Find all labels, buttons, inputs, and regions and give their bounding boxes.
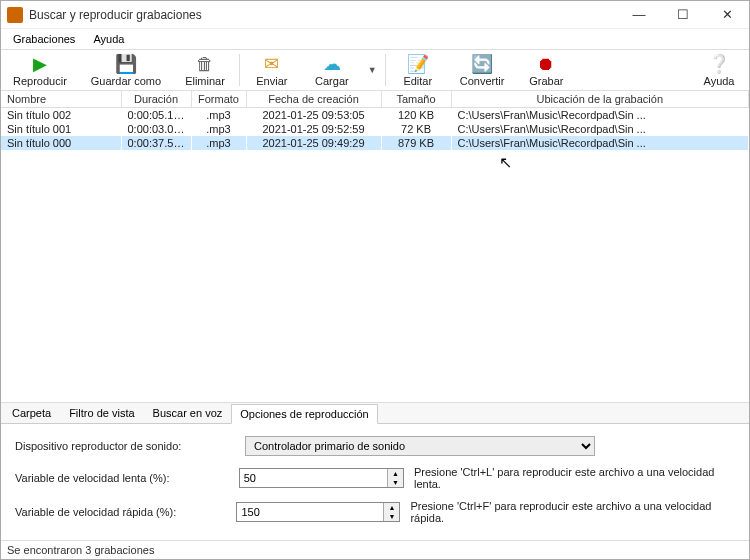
device-label: Dispositivo reproductor de sonido: — [15, 440, 235, 452]
minimize-button[interactable]: — — [617, 1, 661, 28]
edit-button[interactable]: 📝 Editar — [388, 50, 448, 90]
spin-up-icon[interactable]: ▲ — [388, 469, 403, 478]
col-formato[interactable]: Formato — [191, 91, 246, 108]
spin-down-icon[interactable]: ▼ — [388, 478, 403, 487]
fast-hint: Presione 'Ctrl+F' para reproducir este a… — [410, 500, 735, 524]
convert-button[interactable]: 🔄 Convertir — [448, 50, 517, 90]
col-ubicacion[interactable]: Ubicación de la grabación — [451, 91, 749, 108]
menu-bar: Grabaciones Ayuda — [1, 29, 749, 50]
cloud-upload-icon: ☁ — [323, 54, 341, 74]
bottom-tabs: Carpeta Filtro de vista Buscar en voz Op… — [1, 403, 749, 424]
edit-icon: 📝 — [407, 54, 429, 74]
tab-buscar[interactable]: Buscar en voz — [144, 403, 232, 423]
help-icon: ❔ — [708, 54, 730, 74]
mouse-cursor: ↖ — [499, 153, 512, 172]
help-button[interactable]: ❔ Ayuda — [689, 50, 749, 90]
send-button[interactable]: ✉ Enviar — [242, 50, 302, 90]
device-select[interactable]: Controlador primario de sonido — [245, 436, 595, 456]
save-as-button[interactable]: 💾 Guardar como — [79, 50, 173, 90]
maximize-button[interactable]: ☐ — [661, 1, 705, 28]
table-row[interactable]: Sin título 000 0:00:37.537 .mp3 2021-01-… — [1, 136, 749, 150]
recordings-table[interactable]: Nombre Duración Formato Fecha de creació… — [1, 91, 749, 403]
app-icon — [7, 7, 23, 23]
col-nombre[interactable]: Nombre — [1, 91, 121, 108]
slow-label: Variable de velocidad lenta (%): — [15, 472, 229, 484]
col-duracion[interactable]: Duración — [121, 91, 191, 108]
upload-dropdown[interactable]: ▼ — [362, 65, 383, 75]
window-title: Buscar y reproducir grabaciones — [29, 8, 617, 22]
slow-hint: Presione 'Ctrl+L' para reproducir este a… — [414, 466, 735, 490]
col-tamano[interactable]: Tamaño — [381, 91, 451, 108]
play-button[interactable]: ▶ Reproducir — [1, 50, 79, 90]
fast-label: Variable de velocidad rápida (%): — [15, 506, 226, 518]
status-bar: Se encontraron 3 grabaciones — [1, 540, 749, 559]
spin-down-icon[interactable]: ▼ — [384, 512, 399, 521]
tab-filtro[interactable]: Filtro de vista — [60, 403, 143, 423]
upload-button[interactable]: ☁ Cargar — [302, 50, 362, 90]
close-button[interactable]: ✕ — [705, 1, 749, 28]
delete-button[interactable]: 🗑 Eliminar — [173, 50, 237, 90]
tab-opciones[interactable]: Opciones de reproducción — [231, 404, 377, 424]
table-row[interactable]: Sin título 002 0:00:05.120 .mp3 2021-01-… — [1, 108, 749, 123]
separator — [239, 54, 240, 86]
tab-carpeta[interactable]: Carpeta — [3, 403, 60, 423]
menu-grabaciones[interactable]: Grabaciones — [5, 31, 83, 47]
disk-icon: 💾 — [115, 54, 137, 74]
record-button[interactable]: ⏺ Grabar — [516, 50, 576, 90]
col-fecha[interactable]: Fecha de creación — [246, 91, 381, 108]
play-icon: ▶ — [33, 54, 47, 74]
separator — [385, 54, 386, 86]
options-panel: Dispositivo reproductor de sonido: Contr… — [1, 424, 749, 540]
slow-speed-input[interactable]: ▲▼ — [239, 468, 404, 488]
convert-icon: 🔄 — [471, 54, 493, 74]
toolbar: ▶ Reproducir 💾 Guardar como 🗑 Eliminar ✉… — [1, 50, 749, 91]
menu-ayuda[interactable]: Ayuda — [85, 31, 132, 47]
title-bar: Buscar y reproducir grabaciones — ☐ ✕ — [1, 1, 749, 29]
table-row[interactable]: Sin título 001 0:00:03.082 .mp3 2021-01-… — [1, 122, 749, 136]
trash-icon: 🗑 — [196, 54, 214, 74]
fast-speed-input[interactable]: ▲▼ — [236, 502, 400, 522]
spin-up-icon[interactable]: ▲ — [384, 503, 399, 512]
record-icon: ⏺ — [537, 54, 555, 74]
envelope-icon: ✉ — [264, 54, 279, 74]
